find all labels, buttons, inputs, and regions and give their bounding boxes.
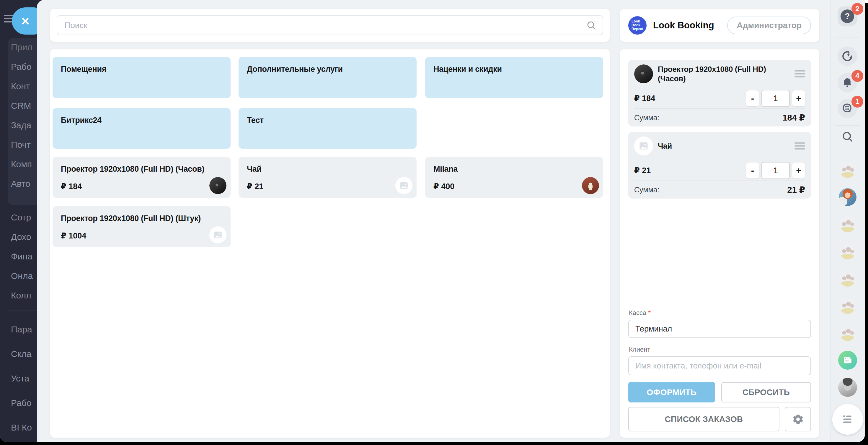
category-tile[interactable]: Тест: [239, 108, 416, 149]
category-title: Наценки и скидки: [433, 65, 595, 74]
cart-item-image: [634, 64, 653, 83]
rail-divider: [835, 37, 860, 38]
product-title: Проектор 1920x1080 (Full HD) (Часов): [61, 165, 222, 174]
window-edge: [865, 0, 868, 3]
chat-sync-icon: [841, 102, 854, 115]
chat-badge: 1: [851, 96, 863, 108]
user-avatar[interactable]: [839, 188, 857, 206]
kassa-label: Касса *: [629, 309, 651, 317]
user-avatar[interactable]: [840, 325, 856, 341]
required-asterisk: *: [648, 309, 651, 317]
drag-handle-icon[interactable]: [795, 70, 805, 78]
catalog-card: Помещения Дополнительные услуги Наценки …: [50, 49, 610, 438]
product-price: ₽ 184: [61, 182, 82, 191]
product-title: Milana: [433, 165, 595, 174]
product-title: Проектор 1920x1080 (Full HD) (Штук): [61, 214, 222, 223]
category-tile[interactable]: Дополнительные услуги: [239, 57, 416, 98]
orders-list-button[interactable]: СПИСОК ЗАКАЗОВ: [628, 407, 779, 432]
logo-line: Repeat: [631, 27, 643, 31]
bell-icon: [841, 77, 853, 89]
product-title: Чай: [247, 165, 408, 174]
role-badge[interactable]: Администратор: [727, 17, 811, 34]
rail-divider: [835, 125, 860, 126]
notifications-badge: 4: [851, 70, 863, 82]
quantity-stepper: - +: [746, 90, 805, 107]
copilot-icon: [841, 50, 854, 63]
quantity-input[interactable]: [762, 162, 790, 179]
product-price: ₽ 21: [247, 182, 264, 191]
minus-button[interactable]: -: [746, 162, 759, 178]
category-title: Помещения: [61, 65, 222, 74]
image-placeholder-icon: [395, 177, 412, 194]
checkout-button[interactable]: ОФОРМИТЬ: [628, 382, 715, 403]
sum-value: 184 ₽: [782, 113, 805, 123]
user-avatar[interactable]: [840, 162, 856, 178]
gear-icon: [792, 413, 804, 425]
category-tile[interactable]: Битрикс24: [53, 108, 230, 149]
product-price: ₽ 400: [433, 182, 454, 191]
search-card: [50, 9, 610, 42]
close-icon: ×: [21, 14, 29, 28]
app-title: Look Booking: [653, 20, 727, 31]
cart-item-title: Проектор 1920x1080 (Full HD) (Часов): [658, 64, 795, 83]
plus-button[interactable]: +: [792, 162, 805, 178]
sum-value: 21 ₽: [787, 185, 805, 195]
news-icon: [842, 355, 853, 365]
minus-button[interactable]: -: [746, 90, 759, 107]
sum-label: Сумма:: [634, 114, 782, 122]
projector-photo: [634, 64, 653, 83]
copilot-button[interactable]: [838, 47, 857, 66]
look-booking-logo: Look Book Repeat: [628, 16, 647, 35]
cart-item-title: Чай: [658, 141, 795, 151]
bottle-photo: [582, 177, 599, 194]
kassa-input[interactable]: [628, 320, 811, 338]
list-icon: [841, 412, 855, 426]
projector-photo: [209, 177, 226, 194]
category-title: Битрикс24: [61, 116, 222, 125]
quick-menu-button[interactable]: [832, 404, 863, 435]
plus-button[interactable]: +: [792, 90, 805, 107]
user-avatar[interactable]: [840, 216, 856, 232]
image-placeholder-icon: [209, 226, 226, 243]
cart-item: Чай ₽ 21 - + Сумма: 21 ₽: [628, 132, 811, 199]
cart-item: Проектор 1920x1080 (Full HD) (Часов) ₽ 1…: [628, 60, 811, 126]
category-tile[interactable]: Наценки и скидки: [425, 57, 603, 98]
product-tile[interactable]: Проектор 1920x1080 (Full HD) (Часов) ₽ 1…: [53, 157, 230, 198]
product-tile[interactable]: Чай ₽ 21: [239, 157, 416, 198]
product-tile[interactable]: Milana ₽ 400: [425, 157, 603, 198]
product-photo: [209, 177, 226, 194]
news-feed-button[interactable]: [838, 351, 857, 369]
app-screen: Прил Рабо Конт CRM Зада Почт Комп Авто С…: [0, 0, 865, 442]
product-price: ₽ 1004: [61, 231, 86, 240]
rail-search-icon[interactable]: [841, 130, 854, 143]
reset-button[interactable]: СБРОСИТЬ: [721, 382, 811, 403]
user-avatar[interactable]: [838, 378, 857, 397]
drag-handle-icon[interactable]: [795, 142, 805, 150]
help-badge: 2: [851, 3, 863, 15]
product-photo: [582, 177, 599, 194]
image-placeholder-icon: [634, 137, 653, 155]
cart-item-price: ₽ 184: [634, 94, 746, 103]
category-title: Дополнительные услуги: [247, 65, 408, 74]
sidebar-divider: [7, 310, 40, 311]
order-card: Проектор 1920x1080 (Full HD) (Часов) ₽ 1…: [620, 49, 819, 438]
settings-button[interactable]: [785, 407, 811, 432]
quantity-stepper: - +: [746, 162, 805, 179]
user-avatar[interactable]: [840, 298, 856, 314]
search-input[interactable]: [57, 16, 603, 35]
client-input[interactable]: [628, 356, 811, 375]
quantity-input[interactable]: [762, 90, 790, 107]
client-label: Клиент: [629, 346, 650, 353]
user-avatar[interactable]: [840, 271, 856, 287]
user-avatar[interactable]: [840, 243, 856, 260]
category-title: Тест: [247, 116, 408, 125]
product-tile[interactable]: Проектор 1920x1080 (Full HD) (Штук) ₽ 10…: [53, 206, 230, 247]
category-tile[interactable]: Помещения: [53, 57, 230, 98]
app-header-card: Look Book Repeat Look Booking Администра…: [620, 9, 819, 42]
search-icon: [586, 20, 597, 31]
cart-item-price: ₽ 21: [634, 166, 746, 175]
bitrix-right-rail: ? 2 4: [830, 0, 865, 442]
sum-label: Сумма:: [634, 185, 787, 194]
